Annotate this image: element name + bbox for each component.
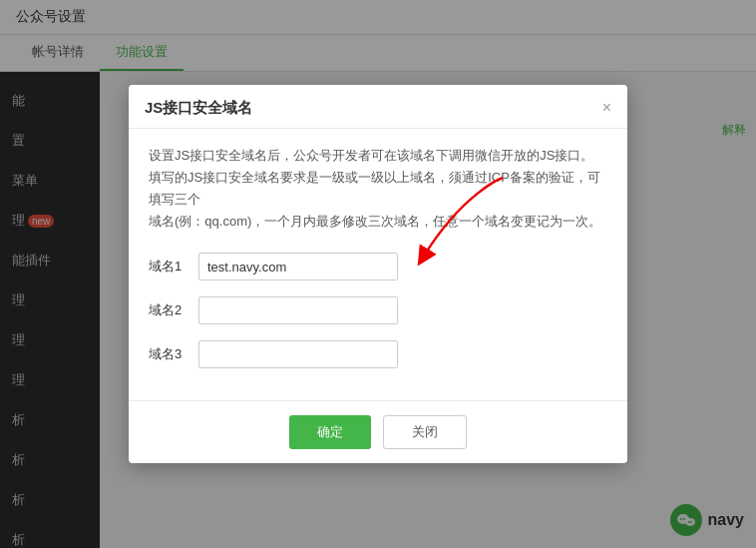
label-domain1: 域名1 [149,258,198,275]
label-domain3: 域名3 [149,345,198,363]
input-domain1[interactable] [198,253,398,280]
modal-dialog: JS接口安全域名 × 设置JS接口安全域名后，公众号开发者可在该域名下调用微信开… [129,85,627,463]
modal-body: 设置JS接口安全域名后，公众号开发者可在该域名下调用微信开放的JS接口。 填写的… [129,129,627,400]
modal-description: 设置JS接口安全域名后，公众号开发者可在该域名下调用微信开放的JS接口。 填写的… [149,145,607,233]
modal-close-button[interactable]: × [602,100,611,116]
input-domain3[interactable] [198,340,398,368]
confirm-button[interactable]: 确定 [289,415,371,449]
label-domain2: 域名2 [149,301,198,319]
form-row-domain2: 域名2 [149,296,607,324]
input-domain2[interactable] [198,296,398,324]
modal-title: JS接口安全域名 [145,99,252,118]
form-row-domain1: 域名1 [149,253,607,280]
modal-backdrop: JS接口安全域名 × 设置JS接口安全域名后，公众号开发者可在该域名下调用微信开… [0,0,756,548]
cancel-button[interactable]: 关闭 [383,415,467,449]
modal-header: JS接口安全域名 × [129,85,627,129]
form-row-domain3: 域名3 [149,340,607,368]
background-page: 公众号设置 帐号详情 功能设置 能 置 菜单 理new 能插件 理 理 理 析 … [0,0,756,548]
modal-footer: 确定 关闭 [129,400,627,463]
